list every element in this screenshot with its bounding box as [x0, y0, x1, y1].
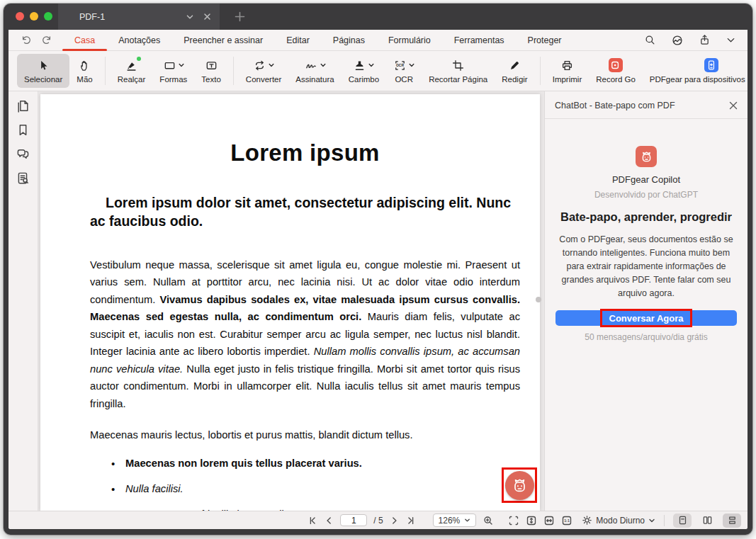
chevron-down-icon — [368, 62, 374, 68]
hand-icon — [78, 58, 91, 72]
search-icon[interactable] — [644, 34, 656, 46]
document-tab-title: PDF-1 — [79, 12, 105, 22]
single-page-view-button[interactable] — [673, 514, 692, 528]
ribbon-tab-ferramentas[interactable]: Ferramentas — [454, 30, 504, 51]
pdf-paragraph-2: Maecenas mauris lectus, lobortis et puru… — [90, 429, 520, 441]
bookmarks-icon[interactable] — [16, 123, 30, 137]
view-mode-select[interactable]: Modo Diurno — [582, 515, 655, 526]
view-mode-label: Modo Diurno — [596, 516, 645, 526]
continuous-scroll-icon — [727, 515, 738, 526]
ribbon-tab-editar[interactable]: Editar — [286, 30, 310, 51]
svg-text:OCR: OCR — [396, 64, 404, 67]
chevron-down-icon — [320, 62, 326, 68]
toolbar: Selecionar Mão Realçar — [9, 51, 747, 91]
single-page-icon — [677, 515, 688, 526]
ribbon-tab-paginas[interactable]: Páginas — [333, 30, 365, 51]
close-panel-icon[interactable] — [729, 101, 738, 110]
record-go-icon — [609, 58, 623, 72]
pdf-bullet-1: Maecenas non lorem quis tellus placerat … — [111, 458, 520, 469]
share-icon[interactable] — [699, 34, 711, 46]
ribbon-tab-anotacoes[interactable]: Anotações — [118, 30, 160, 51]
redact-button[interactable]: Redigir — [495, 54, 534, 88]
highlight-tool-button[interactable]: Realçar — [111, 54, 153, 88]
page-number-input[interactable] — [340, 514, 367, 526]
ribbon-tab-proteger[interactable]: Proteger — [528, 30, 562, 51]
tab-close-icon[interactable] — [203, 13, 211, 21]
next-page-icon[interactable] — [390, 516, 400, 526]
continuous-view-button[interactable] — [723, 514, 741, 528]
shapes-tool-button[interactable]: Formas — [152, 54, 194, 88]
menubar-right — [644, 34, 736, 47]
app-content: Casa Anotações Preencher e assinar Edita… — [9, 30, 747, 529]
stamp-button[interactable]: Carimbo — [342, 54, 386, 88]
convert-button[interactable]: Converter — [239, 54, 289, 88]
copilot-headline: Bate-papo, aprender, progredir — [553, 210, 739, 224]
document-viewport[interactable]: Lorem ipsum Lorem ipsum dolor sit amet, … — [38, 91, 544, 511]
ribbon-tab-preencher-assinar[interactable]: Preencher e assinar — [184, 30, 263, 51]
comments-icon[interactable] — [16, 147, 30, 161]
two-page-icon — [702, 515, 713, 526]
chevron-down-icon — [179, 62, 184, 68]
fit-page-icon[interactable] — [508, 515, 519, 526]
redo-icon[interactable] — [41, 34, 53, 46]
highlighter-active-dot — [137, 57, 141, 61]
chatbot-panel-title: ChatBot - Bate-papo com PDF — [555, 101, 729, 110]
pdf-paragraph-1: Vestibulum neque massa, scelerisque sit … — [90, 256, 520, 413]
document-tab[interactable]: PDF-1 — [58, 4, 220, 30]
zoom-level-select[interactable]: 126% — [433, 514, 477, 527]
chat-now-button[interactable]: Conversar Agora — [555, 310, 737, 326]
new-tab-button[interactable] — [225, 4, 254, 30]
ocr-button[interactable]: OCR OCR — [386, 54, 422, 88]
pdf-heading: Lorem ipsum — [90, 140, 520, 166]
pdf-bullet-3: Aenean congue fringilla justo ut aliquam… — [111, 509, 520, 511]
svg-text:1:1: 1:1 — [564, 518, 570, 523]
support-icon[interactable] — [671, 34, 684, 47]
crop-page-button[interactable]: Recortar Página — [422, 54, 495, 88]
pdf-bullet-list: Maecenas non lorem quis tellus placerat … — [90, 458, 520, 511]
fit-height-icon[interactable] — [526, 515, 537, 526]
page-thumbnails-icon[interactable] — [16, 98, 30, 113]
copilot-fab-button[interactable] — [505, 471, 534, 500]
search-document-icon[interactable] — [16, 171, 30, 186]
ribbon-tab-casa[interactable]: Casa — [74, 30, 95, 51]
hand-tool-button[interactable]: Mão — [69, 54, 99, 88]
copilot-badge-icon — [636, 146, 657, 167]
close-window-button[interactable] — [16, 12, 24, 21]
actual-size-icon[interactable]: 1:1 — [561, 515, 572, 526]
select-tool-button[interactable]: Selecionar — [17, 54, 69, 88]
print-button[interactable]: Imprimir — [546, 54, 589, 88]
stamp-icon — [353, 59, 366, 72]
copilot-description: Com o PDFgear, seus documentos estão se … — [553, 233, 739, 300]
record-go-button[interactable]: Record Go — [589, 54, 643, 88]
first-page-icon[interactable] — [308, 516, 317, 526]
pdf-bullet-2: Nulla facilisi. — [111, 483, 520, 494]
signature-icon — [305, 59, 318, 72]
mobile-apps-button[interactable]: PDFgear para dispositivos móveis — [643, 54, 747, 88]
redact-pen-icon — [508, 58, 521, 72]
text-tool-button[interactable]: Texto — [194, 54, 228, 88]
zoom-in-icon[interactable] — [483, 515, 494, 526]
fit-width-icon[interactable] — [543, 515, 555, 526]
left-sidebar — [9, 91, 38, 511]
zoom-window-button[interactable] — [44, 12, 52, 21]
undo-icon[interactable] — [20, 34, 32, 46]
collapse-toolbar-chevron-icon[interactable] — [726, 35, 736, 45]
mobile-phone-icon — [704, 58, 718, 72]
toolbar-separator — [540, 57, 541, 85]
plus-icon — [235, 11, 245, 22]
ribbon-tab-formulario[interactable]: Formulário — [388, 30, 431, 51]
last-page-icon[interactable] — [406, 516, 416, 526]
chevron-down-icon — [464, 517, 470, 523]
robot-icon — [639, 149, 654, 164]
main-area: Lorem ipsum Lorem ipsum dolor sit amet, … — [9, 91, 747, 511]
text-icon — [205, 58, 218, 72]
scrollbar-thumb[interactable] — [536, 297, 541, 302]
tab-chevron-down-icon[interactable] — [186, 13, 194, 21]
previous-page-icon[interactable] — [324, 516, 334, 526]
copilot-fab-annotation-box — [502, 467, 537, 503]
signature-button[interactable]: Assinatura — [288, 54, 341, 88]
statusbar-separator — [664, 515, 665, 526]
minimize-window-button[interactable] — [30, 12, 38, 21]
two-page-view-button[interactable] — [698, 514, 716, 528]
robot-icon — [510, 476, 529, 495]
